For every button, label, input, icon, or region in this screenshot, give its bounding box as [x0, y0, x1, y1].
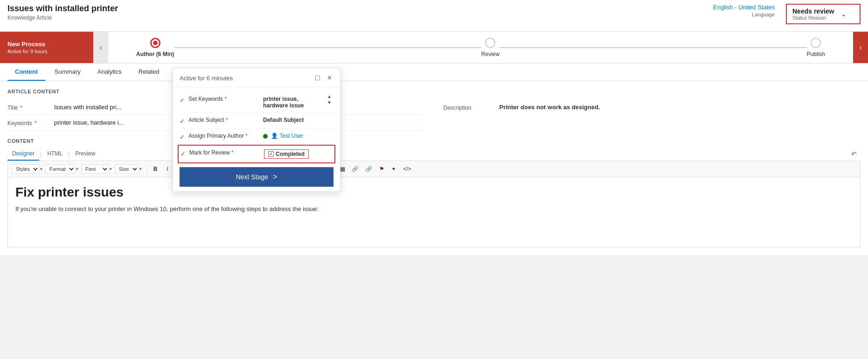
description-label: Description — [444, 104, 500, 111]
status-text: Needs review Status Reason — [792, 7, 834, 21]
article-content-section: ARTICLE CONTENT Title * Issues with inst… — [7, 89, 861, 131]
popup-body: ✓ Set Keywords * printer issue,hardware … — [173, 87, 340, 191]
stage-author-label: Author (6 Min) — [136, 51, 174, 57]
popup-row-mark-review: ✓ Mark for Review * ✓ Completed — [178, 145, 335, 163]
toolbar-size-group: Size ▾ — [115, 164, 142, 174]
popup-value-keywords: printer issue,hardware issue — [263, 96, 333, 109]
stages-wrapper: Author (6 Min) Review Publish — [108, 38, 853, 57]
popup-req-keywords: * — [224, 96, 227, 102]
status-section[interactable]: Needs review Status Reason ⌄ — [786, 4, 861, 24]
author-status-dot — [263, 134, 268, 139]
header: Issues with installed printer Knowledge … — [0, 0, 868, 32]
toolbar-unlink-button[interactable]: 🔗 — [362, 164, 375, 174]
process-time: Active for 9 hours — [7, 49, 86, 54]
process-nav-left-button[interactable]: ‹ — [93, 32, 108, 63]
popup-req-author: * — [245, 133, 248, 139]
content-editor-section: CONTENT Designer | HTML | Preview ↶ Styl… — [7, 138, 861, 247]
author-link[interactable]: 👤 Test User — [271, 133, 303, 139]
popup-expand-button[interactable]: □ — [313, 73, 322, 83]
process-label: New Process Active for 9 hours — [0, 32, 93, 63]
main-content: Content Summary Analytics Related ARTICL… — [0, 63, 868, 255]
content-section-title: CONTENT — [7, 138, 861, 144]
page-title: Issues with installed printer — [7, 4, 118, 14]
tabs-bar: Content Summary Analytics Related — [0, 63, 868, 81]
toolbar-font-group: Font ▾ — [81, 164, 112, 174]
toolbar-link-button[interactable]: 🔗 — [349, 164, 361, 174]
completed-badge: ✓ Completed — [264, 149, 309, 159]
tab-content[interactable]: Content — [7, 63, 45, 81]
stage-publish[interactable]: Publish — [807, 38, 825, 57]
toolbar-styles-select[interactable]: Styles — [12, 164, 40, 174]
next-stage-button[interactable]: Next Stage > — [180, 167, 333, 187]
tab-analytics[interactable]: Analytics — [90, 63, 129, 81]
popup-req-mark-review: * — [231, 149, 234, 156]
editor-tab-sep-1: | — [39, 151, 42, 158]
undo-button[interactable]: ↶ — [847, 148, 861, 160]
editor-tab-sep-2: | — [67, 151, 70, 158]
tab-related[interactable]: Related — [131, 63, 167, 81]
toolbar-size-select[interactable]: Size — [115, 164, 139, 174]
toolbar-flag-button[interactable]: ⚑ — [376, 164, 387, 174]
description-area: Description Printer does not work as des… — [444, 100, 861, 131]
popup-check-mark-review: ✓ — [181, 150, 186, 157]
popup-row-subject: ✓ Article Subject * Default Subject — [180, 113, 333, 129]
stage-author-circle — [150, 38, 160, 48]
popup-value-mark-review: ✓ Completed — [264, 149, 333, 159]
next-stage-label: Next Stage — [236, 173, 268, 181]
popup-rows-wrapper: ✓ Set Keywords * printer issue,hardware … — [180, 92, 333, 163]
tab-summary[interactable]: Summary — [47, 63, 88, 81]
keywords-required: * — [35, 120, 37, 127]
header-right: English - United States Language Needs r… — [713, 4, 861, 24]
language-section: English - United States Language — [713, 4, 775, 17]
editor-toolbar: Styles ▾ Format ▾ Font ▾ Size ▾ B I — [7, 161, 861, 177]
scroll-up-icon[interactable]: ▲ — [327, 94, 332, 99]
editor-tab-html[interactable]: HTML — [42, 148, 67, 161]
toolbar-bold-button[interactable]: B — [150, 164, 161, 174]
toolbar-format-group: Format ▾ — [45, 164, 78, 174]
keywords-label: Keywords * — [7, 119, 54, 127]
popup-label-mark-review: Mark for Review * — [189, 149, 264, 156]
editor-tab-designer[interactable]: Designer — [7, 148, 39, 161]
description-value: Printer does not work as designed. — [500, 104, 600, 111]
completed-label: Completed — [276, 151, 305, 157]
editor-tab-preview[interactable]: Preview — [70, 148, 100, 161]
process-bar: New Process Active for 9 hours ‹ Author … — [0, 32, 868, 63]
toolbar-sep-1 — [146, 165, 147, 173]
toolbar-size-arrow: ▾ — [139, 167, 142, 171]
scroll-arrows: ▲ ▼ — [325, 92, 333, 107]
scroll-down-icon[interactable]: ▼ — [327, 100, 332, 105]
toolbar-format-arrow: ▾ — [76, 167, 78, 171]
process-nav-right-button[interactable]: › — [853, 32, 868, 63]
stage-review-circle — [485, 38, 495, 48]
content-tab-body: ARTICLE CONTENT Title * Issues with inst… — [0, 81, 868, 255]
popup-label-subject: Article Subject * — [188, 117, 263, 123]
stage-popup: Active for 6 minutes □ × ✓ Set Keywords … — [173, 68, 340, 192]
toolbar-italic-button[interactable]: I — [162, 164, 173, 174]
popup-value-subject: Default Subject — [263, 117, 333, 123]
popup-req-subject: * — [226, 117, 228, 123]
toolbar-styles-group: Styles ▾ — [12, 164, 42, 174]
status-chevron-icon[interactable]: ⌄ — [841, 10, 847, 18]
popup-title: Active for 6 minutes — [180, 75, 233, 82]
editor-body[interactable]: Fix printer issues If you're unable to c… — [7, 177, 861, 247]
popup-close-button[interactable]: × — [326, 73, 333, 83]
popup-label-author: Assign Primary Author * — [188, 133, 263, 139]
editor-body-text: If you're unable to connect to your prin… — [15, 204, 853, 214]
stage-author[interactable]: Author (6 Min) — [136, 38, 174, 57]
toolbar-html-button[interactable]: </> — [400, 164, 414, 174]
toolbar-format-select[interactable]: Format — [45, 164, 76, 174]
popup-row-keywords: ✓ Set Keywords * printer issue,hardware … — [180, 92, 333, 113]
completed-checkbox-icon: ✓ — [268, 151, 274, 157]
stage-review[interactable]: Review — [481, 38, 500, 57]
stages-container: Author (6 Min) Review Publish — [108, 32, 853, 63]
process-name: New Process — [7, 41, 86, 48]
editor-heading: Fix printer issues — [15, 185, 853, 200]
popup-check-subject: ✓ — [180, 118, 185, 125]
article-content-title: ARTICLE CONTENT — [7, 89, 861, 94]
toolbar-special-button[interactable]: ✦ — [388, 164, 399, 174]
language-link[interactable]: English - United States — [713, 4, 775, 11]
stage-publish-circle — [811, 38, 821, 48]
toolbar-font-select[interactable]: Font — [81, 164, 109, 174]
popup-row-author: ✓ Assign Primary Author * 👤 Test User — [180, 129, 333, 145]
popup-check-author: ✓ — [180, 134, 185, 141]
